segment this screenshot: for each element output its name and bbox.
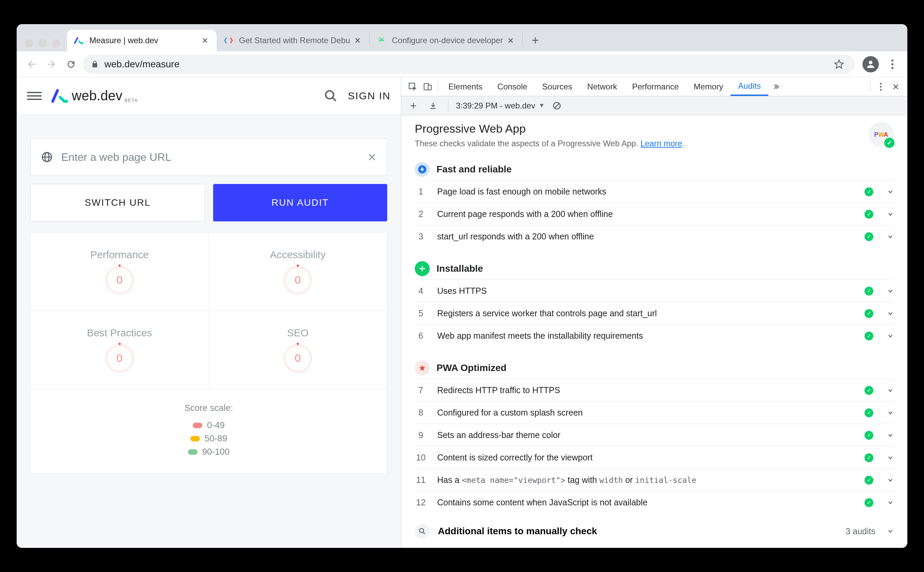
pwa-badge: PWA ✓ bbox=[868, 122, 894, 147]
chevron-down-icon bbox=[887, 310, 894, 317]
check-icon: ✓ bbox=[865, 287, 873, 295]
chevron-down-icon bbox=[887, 387, 894, 394]
audit-item[interactable]: 1Page load is fast enough on mobile netw… bbox=[415, 180, 894, 203]
svg-point-9 bbox=[65, 99, 68, 103]
browser-menu-icon[interactable] bbox=[884, 56, 901, 72]
audit-item[interactable]: 3start_url responds with a 200 when offl… bbox=[415, 225, 894, 247]
devtools-tab-sources[interactable]: Sources bbox=[535, 77, 580, 96]
site-logo[interactable]: web.dev BETA bbox=[51, 87, 138, 105]
zoom-window[interactable] bbox=[52, 39, 60, 47]
devtools-close-icon[interactable] bbox=[888, 79, 903, 94]
devtools-favicon bbox=[223, 35, 234, 45]
check-icon: ✓ bbox=[865, 331, 873, 340]
audit-text: Configured for a custom splash screen bbox=[437, 408, 854, 418]
manual-checks-row[interactable]: Additional items to manually check 3 aud… bbox=[415, 524, 894, 539]
audit-item[interactable]: 11Has a <meta name="viewport"> tag with … bbox=[415, 469, 894, 491]
clear-icon[interactable] bbox=[549, 98, 564, 113]
svg-point-18 bbox=[880, 82, 882, 84]
minimize-window[interactable] bbox=[39, 39, 47, 47]
inspect-element-icon[interactable] bbox=[405, 79, 420, 94]
devtools-tab-performance[interactable]: Performance bbox=[625, 77, 686, 96]
browser-tab-1[interactable]: Measure | web.dev bbox=[67, 30, 217, 51]
url-input[interactable]: Enter a web page URL bbox=[30, 138, 387, 176]
more-tabs-icon[interactable] bbox=[768, 79, 783, 94]
download-icon[interactable] bbox=[426, 98, 440, 113]
lock-icon bbox=[91, 60, 99, 68]
audit-item[interactable]: 7Redirects HTTP traffic to HTTPS✓ bbox=[415, 379, 894, 401]
audit-session-dropdown[interactable]: 3:39:29 PM - web.dev ▼ bbox=[456, 101, 545, 110]
audit-report: Progressive Web App These checks validat… bbox=[401, 115, 907, 548]
reload-button[interactable] bbox=[63, 56, 79, 72]
close-tab-icon[interactable] bbox=[506, 36, 515, 45]
metric-seo: SEO 0 bbox=[209, 311, 387, 389]
audit-number: 7 bbox=[415, 385, 427, 395]
check-icon: ✓ bbox=[865, 431, 873, 440]
audit-item[interactable]: 4Uses HTTPS✓ bbox=[415, 280, 894, 302]
device-toggle-icon[interactable] bbox=[420, 79, 435, 94]
metric-performance: Performance 0 bbox=[31, 233, 209, 311]
browser-tab-3[interactable]: Configure on-device developer bbox=[369, 30, 522, 51]
check-icon: ✓ bbox=[865, 386, 873, 395]
new-audit-icon[interactable] bbox=[406, 98, 421, 113]
report-description: These checks validate the aspects of a P… bbox=[415, 139, 862, 148]
forward-button[interactable] bbox=[43, 56, 59, 72]
audit-number: 12 bbox=[415, 497, 427, 507]
menu-icon[interactable] bbox=[27, 89, 42, 103]
globe-icon bbox=[41, 151, 53, 163]
star-icon[interactable] bbox=[834, 59, 844, 69]
back-button[interactable] bbox=[23, 56, 40, 72]
section-title: PWA Optimized bbox=[437, 362, 507, 373]
check-icon: ✓ bbox=[865, 187, 873, 196]
devtools-tab-console[interactable]: Console bbox=[490, 77, 535, 96]
learn-more-link[interactable]: Learn more bbox=[640, 139, 682, 148]
tab-title: Configure on-device developer bbox=[392, 36, 503, 45]
browser-tab-2[interactable]: Get Started with Remote Debu bbox=[217, 30, 369, 51]
gauge: 0 bbox=[105, 344, 134, 373]
check-icon: ✓ bbox=[865, 409, 873, 417]
section-header: Installable bbox=[415, 261, 894, 276]
check-icon: ✓ bbox=[865, 476, 873, 485]
svg-line-22 bbox=[555, 103, 559, 108]
audit-item[interactable]: 5Registers a service worker that control… bbox=[415, 302, 894, 325]
devtools-tab-network[interactable]: Network bbox=[580, 77, 625, 96]
tab-divider bbox=[522, 32, 522, 45]
gauge: 0 bbox=[105, 266, 134, 294]
search-icon bbox=[415, 524, 430, 539]
check-icon: ✓ bbox=[865, 453, 873, 462]
audit-text: Sets an address-bar theme color bbox=[437, 430, 854, 440]
close-tab-icon[interactable] bbox=[353, 36, 363, 45]
section-icon bbox=[415, 361, 430, 375]
search-icon[interactable] bbox=[324, 89, 338, 103]
chevron-down-icon bbox=[887, 454, 894, 461]
audits-toolbar: 3:39:29 PM - web.dev ▼ bbox=[401, 96, 907, 115]
audit-item[interactable]: 2Current page responds with a 200 when o… bbox=[415, 203, 894, 225]
address-bar[interactable]: web.dev/measure bbox=[83, 55, 855, 74]
check-icon: ✓ bbox=[865, 498, 873, 507]
audit-item[interactable]: 6Web app manifest meets the installabili… bbox=[415, 325, 894, 347]
devtools-tab-audits[interactable]: Audits bbox=[730, 77, 768, 96]
check-icon: ✓ bbox=[865, 232, 873, 241]
audit-item[interactable]: 10Content is sized correctly for the vie… bbox=[415, 446, 894, 469]
switch-url-button[interactable]: SWITCH URL bbox=[30, 184, 205, 221]
site-header: web.dev BETA SIGN IN bbox=[17, 77, 401, 115]
audit-item[interactable]: 8Configured for a custom splash screen✓ bbox=[415, 401, 894, 424]
svg-line-11 bbox=[332, 98, 336, 101]
audit-item[interactable]: 12Contains some content when JavaScript … bbox=[415, 491, 894, 513]
close-window[interactable] bbox=[25, 39, 33, 47]
devtools-tab-elements[interactable]: Elements bbox=[441, 77, 490, 96]
audit-text: Registers a service worker that controls… bbox=[437, 308, 854, 318]
profile-avatar[interactable] bbox=[862, 56, 879, 72]
audit-item[interactable]: 9Sets an address-bar theme color✓ bbox=[415, 424, 894, 446]
devtools-tab-memory[interactable]: Memory bbox=[686, 77, 731, 96]
section-icon bbox=[415, 162, 430, 177]
chevron-down-icon bbox=[887, 211, 894, 218]
audit-text: Has a <meta name="viewport"> tag with wi… bbox=[437, 475, 854, 485]
devtools-menu-icon[interactable] bbox=[873, 79, 888, 94]
run-audit-button[interactable]: RUN AUDIT bbox=[213, 184, 387, 221]
close-tab-icon[interactable] bbox=[200, 36, 210, 45]
clear-icon[interactable] bbox=[367, 152, 377, 162]
audit-text: Current page responds with a 200 when of… bbox=[437, 209, 854, 219]
new-tab-button[interactable]: + bbox=[526, 31, 545, 50]
chevron-down-icon bbox=[887, 432, 894, 439]
sign-in-button[interactable]: SIGN IN bbox=[348, 90, 391, 102]
